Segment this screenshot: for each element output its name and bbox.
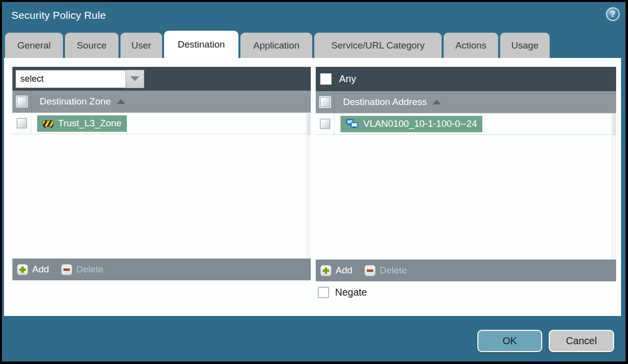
scrollbar-thumb[interactable]	[613, 114, 616, 136]
address-row[interactable]: VLAN0100_10-1-100-0--24	[316, 113, 616, 135]
address-header-checkbox-cell	[316, 91, 335, 113]
delete-address-button[interactable]: Delete	[364, 265, 407, 276]
add-zone-label: Add	[32, 264, 49, 275]
zone-column-header-label: Destination Zone	[40, 96, 111, 107]
tab-service-url-category[interactable]: Service/URL Category	[314, 33, 442, 58]
any-checkbox-group: Any	[319, 73, 356, 85]
tab-bar: General Source User Destination Applicat…	[5, 31, 552, 58]
tab-user[interactable]: User	[120, 33, 162, 58]
tab-usage[interactable]: Usage	[500, 33, 550, 58]
zone-row-checkbox-cell	[12, 113, 31, 134]
negate-label: Negate	[335, 287, 367, 298]
destination-address-panel: Any Destination Address	[316, 67, 616, 281]
address-column-header-label: Destination Address	[343, 97, 427, 107]
zone-grid-header: Destination Zone	[12, 91, 311, 113]
address-panel-toolbar: Any	[316, 67, 616, 91]
address-row-checkbox-cell	[316, 113, 335, 134]
address-list-scrollbar[interactable]	[612, 113, 616, 260]
zone-filter-dropdown[interactable]	[15, 70, 144, 88]
zone-name: Trust_L3_Zone	[58, 118, 121, 129]
sort-ascending-icon	[116, 99, 125, 104]
select-all-zones-checkbox[interactable]	[17, 97, 27, 106]
delete-zone-button[interactable]: Delete	[61, 264, 104, 275]
any-label: Any	[339, 73, 356, 85]
zone-panel-footer: Add Delete	[12, 259, 311, 280]
ok-button[interactable]: OK	[477, 330, 542, 352]
zone-dropdown-button[interactable]	[125, 70, 144, 88]
add-zone-button[interactable]: Add	[17, 264, 49, 275]
add-icon	[320, 265, 332, 276]
add-address-label: Add	[336, 265, 352, 276]
address-panel-footer: Add Delete	[316, 260, 616, 281]
delete-zone-label: Delete	[76, 264, 104, 275]
zone-column-header[interactable]: Destination Zone	[31, 91, 125, 112]
delete-icon	[364, 265, 376, 276]
address-list: VLAN0100_10-1-100-0--24	[316, 113, 616, 260]
zone-panel-toolbar	[12, 67, 311, 91]
zone-header-checkbox-cell	[12, 91, 31, 112]
address-name: VLAN0100_10-1-100-0--24	[363, 118, 477, 129]
network-address-icon	[346, 119, 359, 129]
tab-destination[interactable]: Destination	[164, 31, 238, 58]
help-icon[interactable]: ?	[606, 7, 620, 21]
select-all-addresses-checkbox[interactable]	[320, 97, 330, 107]
cancel-button[interactable]: Cancel	[549, 330, 614, 352]
zone-list: Trust_L3_Zone	[12, 113, 311, 259]
tab-actions[interactable]: Actions	[444, 33, 498, 58]
zone-filter-input[interactable]	[15, 70, 125, 88]
sort-ascending-icon	[432, 100, 441, 104]
chevron-down-icon	[130, 76, 139, 81]
destination-zone-panel: Destination Zone Trust_L3_Zone	[12, 67, 311, 280]
address-row-checkbox[interactable]	[320, 119, 330, 129]
negate-checkbox[interactable]	[318, 287, 329, 298]
address-grid-header: Destination Address	[316, 91, 616, 113]
security-policy-rule-dialog: Security Policy Rule ? General Source Us…	[2, 2, 626, 362]
address-chip-cell: VLAN0100_10-1-100-0--24	[335, 113, 482, 134]
tab-application[interactable]: Application	[240, 33, 312, 58]
zone-icon	[43, 120, 54, 127]
scrollbar-thumb[interactable]	[307, 113, 311, 135]
zone-row[interactable]: Trust_L3_Zone	[12, 113, 311, 134]
add-address-button[interactable]: Add	[320, 265, 352, 276]
add-icon	[17, 264, 28, 275]
zone-chip-cell: Trust_L3_Zone	[31, 113, 127, 134]
delete-icon	[61, 264, 72, 275]
tab-source[interactable]: Source	[65, 33, 118, 58]
address-column-header[interactable]: Destination Address	[335, 91, 441, 113]
destination-tab-content: Destination Zone Trust_L3_Zone	[4, 58, 621, 316]
tab-general[interactable]: General	[5, 33, 63, 58]
zone-list-scrollbar[interactable]	[306, 113, 311, 259]
zone-chip[interactable]: Trust_L3_Zone	[37, 115, 127, 132]
address-chip[interactable]: VLAN0100_10-1-100-0--24	[341, 116, 482, 132]
title-bar: Security Policy Rule ?	[2, 2, 626, 32]
delete-address-label: Delete	[380, 265, 407, 276]
any-checkbox[interactable]	[320, 73, 332, 85]
negate-checkbox-group: Negate	[318, 287, 367, 298]
dialog-title: Security Policy Rule	[11, 9, 106, 21]
zone-row-checkbox[interactable]	[17, 118, 27, 128]
